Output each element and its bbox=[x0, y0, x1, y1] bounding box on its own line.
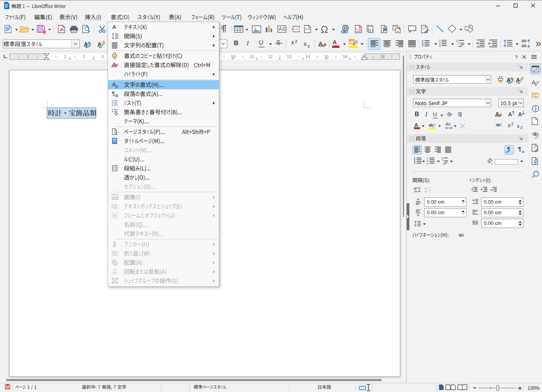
svg-text:AV: AV bbox=[445, 122, 451, 126]
svg-text:2: 2 bbox=[427, 160, 428, 162]
svg-text:3: 3 bbox=[439, 44, 441, 47]
svg-text:1: 1 bbox=[441, 157, 443, 160]
svg-text:1: 1 bbox=[456, 39, 458, 43]
svg-text:3: 3 bbox=[427, 162, 428, 165]
svg-text:A: A bbox=[532, 79, 536, 85]
svg-text:1: 1 bbox=[427, 157, 428, 160]
svg-text:ab: ab bbox=[350, 40, 354, 44]
